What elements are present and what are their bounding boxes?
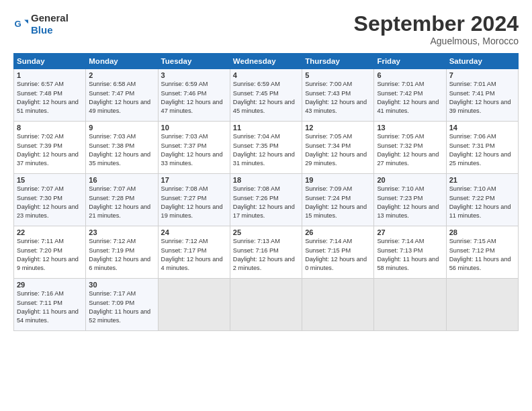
cell-content: Sunrise: 6:59 AMSunset: 7:45 PMDaylight:… (233, 80, 299, 116)
day-number: 29 (17, 281, 83, 289)
day-number: 15 (17, 176, 83, 184)
calendar-cell (446, 279, 518, 331)
cell-content: Sunrise: 7:17 AMSunset: 7:09 PMDaylight:… (89, 289, 154, 325)
cell-content: Sunrise: 7:07 AMSunset: 7:30 PMDaylight:… (17, 185, 83, 220)
day-number: 5 (305, 71, 371, 79)
day-number: 6 (377, 71, 443, 79)
svg-text:G: G (14, 19, 21, 29)
calendar-cell: 4Sunrise: 6:59 AMSunset: 7:45 PMDaylight… (230, 69, 302, 122)
day-number: 21 (449, 176, 515, 184)
cell-content: Sunrise: 7:09 AMSunset: 7:24 PMDaylight:… (305, 185, 371, 220)
cell-content: Sunrise: 7:02 AMSunset: 7:39 PMDaylight:… (17, 132, 83, 168)
day-number: 24 (161, 228, 227, 236)
day-number: 23 (89, 228, 154, 236)
cell-content: Sunrise: 7:08 AMSunset: 7:26 PMDaylight:… (233, 185, 299, 220)
calendar-cell: 7Sunrise: 7:01 AMSunset: 7:41 PMDaylight… (446, 69, 518, 122)
day-number: 19 (305, 176, 371, 184)
cell-content: Sunrise: 7:01 AMSunset: 7:42 PMDaylight:… (377, 80, 443, 116)
cell-content: Sunrise: 6:59 AMSunset: 7:46 PMDaylight:… (161, 80, 227, 116)
col-header-saturday: Saturday (446, 54, 518, 69)
day-number: 18 (233, 176, 299, 184)
calendar-cell: 10Sunrise: 7:03 AMSunset: 7:37 PMDayligh… (158, 122, 230, 174)
day-number: 16 (89, 176, 154, 184)
calendar-cell: 16Sunrise: 7:07 AMSunset: 7:28 PMDayligh… (86, 174, 158, 226)
cell-content: Sunrise: 7:10 AMSunset: 7:23 PMDaylight:… (377, 185, 443, 220)
cell-content: Sunrise: 7:00 AMSunset: 7:43 PMDaylight:… (305, 80, 371, 116)
month-title: September 2024 (354, 12, 519, 36)
calendar-cell (374, 279, 446, 331)
day-number: 17 (161, 176, 227, 184)
day-number: 25 (233, 228, 299, 236)
calendar-cell: 15Sunrise: 7:07 AMSunset: 7:30 PMDayligh… (14, 174, 86, 226)
cell-content: Sunrise: 6:57 AMSunset: 7:48 PMDaylight:… (17, 80, 83, 116)
location: Aguelmous, Morocco (354, 36, 519, 46)
day-number: 8 (17, 124, 83, 132)
week-row-2: 8Sunrise: 7:02 AMSunset: 7:39 PMDaylight… (14, 122, 519, 174)
calendar-cell (158, 279, 230, 331)
col-header-friday: Friday (374, 54, 446, 69)
cell-content: Sunrise: 7:08 AMSunset: 7:27 PMDaylight:… (161, 185, 227, 220)
calendar-cell: 1Sunrise: 6:57 AMSunset: 7:48 PMDaylight… (14, 69, 86, 122)
calendar-cell: 9Sunrise: 7:03 AMSunset: 7:38 PMDaylight… (86, 122, 158, 174)
cell-content: Sunrise: 7:06 AMSunset: 7:31 PMDaylight:… (449, 132, 515, 168)
cell-content: Sunrise: 7:12 AMSunset: 7:17 PMDaylight:… (161, 237, 227, 273)
cell-content: Sunrise: 7:03 AMSunset: 7:37 PMDaylight:… (161, 132, 227, 168)
title-area: September 2024 Aguelmous, Morocco (354, 12, 519, 46)
day-number: 26 (305, 228, 371, 236)
calendar-cell: 12Sunrise: 7:05 AMSunset: 7:34 PMDayligh… (302, 122, 374, 174)
day-number: 13 (377, 124, 443, 132)
cell-content: Sunrise: 7:05 AMSunset: 7:34 PMDaylight:… (305, 132, 371, 168)
day-number: 4 (233, 71, 299, 79)
calendar-cell: 11Sunrise: 7:04 AMSunset: 7:35 PMDayligh… (230, 122, 302, 174)
col-header-wednesday: Wednesday (230, 54, 302, 69)
calendar-cell: 5Sunrise: 7:00 AMSunset: 7:43 PMDaylight… (302, 69, 374, 122)
calendar-cell: 20Sunrise: 7:10 AMSunset: 7:23 PMDayligh… (374, 174, 446, 226)
day-number: 27 (377, 228, 443, 236)
day-number: 2 (89, 71, 154, 79)
calendar-cell: 21Sunrise: 7:10 AMSunset: 7:22 PMDayligh… (446, 174, 518, 226)
day-number: 1 (17, 71, 83, 79)
calendar-cell: 8Sunrise: 7:02 AMSunset: 7:39 PMDaylight… (14, 122, 86, 174)
calendar-table: SundayMondayTuesdayWednesdayThursdayFrid… (13, 53, 519, 331)
day-number: 9 (89, 124, 154, 132)
calendar-header-row: SundayMondayTuesdayWednesdayThursdayFrid… (14, 54, 519, 69)
calendar-cell: 13Sunrise: 7:05 AMSunset: 7:32 PMDayligh… (374, 122, 446, 174)
logo-blue: Blue (31, 24, 53, 36)
col-header-sunday: Sunday (14, 54, 86, 69)
week-row-5: 29Sunrise: 7:16 AMSunset: 7:11 PMDayligh… (14, 279, 519, 331)
logo: G General Blue (13, 12, 69, 36)
logo-icon: G (13, 17, 28, 32)
col-header-tuesday: Tuesday (158, 54, 230, 69)
day-number: 11 (233, 124, 299, 132)
calendar-cell: 6Sunrise: 7:01 AMSunset: 7:42 PMDaylight… (374, 69, 446, 122)
calendar-cell: 26Sunrise: 7:14 AMSunset: 7:15 PMDayligh… (302, 226, 374, 279)
day-number: 30 (89, 281, 154, 289)
col-header-thursday: Thursday (302, 54, 374, 69)
calendar-cell: 2Sunrise: 6:58 AMSunset: 7:47 PMDaylight… (86, 69, 158, 122)
calendar-cell: 19Sunrise: 7:09 AMSunset: 7:24 PMDayligh… (302, 174, 374, 226)
day-number: 3 (161, 71, 227, 79)
calendar-cell: 25Sunrise: 7:13 AMSunset: 7:16 PMDayligh… (230, 226, 302, 279)
cell-content: Sunrise: 7:12 AMSunset: 7:19 PMDaylight:… (89, 237, 154, 273)
cell-content: Sunrise: 7:11 AMSunset: 7:20 PMDaylight:… (17, 237, 83, 273)
calendar-cell: 3Sunrise: 6:59 AMSunset: 7:46 PMDaylight… (158, 69, 230, 122)
calendar-cell: 18Sunrise: 7:08 AMSunset: 7:26 PMDayligh… (230, 174, 302, 226)
header: G General Blue September 2024 Aguelmous,… (13, 12, 519, 46)
week-row-1: 1Sunrise: 6:57 AMSunset: 7:48 PMDaylight… (14, 69, 519, 122)
logo-general: General (31, 12, 69, 24)
day-number: 22 (17, 228, 83, 236)
day-number: 28 (449, 228, 515, 236)
day-number: 7 (449, 71, 515, 79)
cell-content: Sunrise: 7:14 AMSunset: 7:13 PMDaylight:… (377, 237, 443, 273)
calendar-cell: 24Sunrise: 7:12 AMSunset: 7:17 PMDayligh… (158, 226, 230, 279)
calendar-cell: 28Sunrise: 7:15 AMSunset: 7:12 PMDayligh… (446, 226, 518, 279)
calendar-cell (302, 279, 374, 331)
cell-content: Sunrise: 7:01 AMSunset: 7:41 PMDaylight:… (449, 80, 515, 116)
cell-content: Sunrise: 7:07 AMSunset: 7:28 PMDaylight:… (89, 185, 154, 220)
cell-content: Sunrise: 7:16 AMSunset: 7:11 PMDaylight:… (17, 289, 83, 325)
col-header-monday: Monday (86, 54, 158, 69)
calendar-cell: 17Sunrise: 7:08 AMSunset: 7:27 PMDayligh… (158, 174, 230, 226)
calendar-cell: 29Sunrise: 7:16 AMSunset: 7:11 PMDayligh… (14, 279, 86, 331)
week-row-3: 15Sunrise: 7:07 AMSunset: 7:30 PMDayligh… (14, 174, 519, 226)
cell-content: Sunrise: 7:14 AMSunset: 7:15 PMDaylight:… (305, 237, 371, 273)
